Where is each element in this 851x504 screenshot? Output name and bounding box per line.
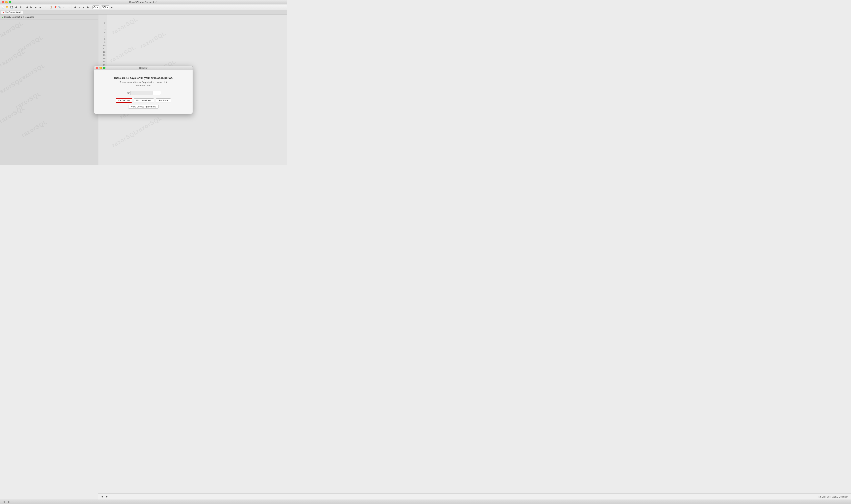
back-button[interactable]: ◀ bbox=[25, 5, 29, 9]
main-toolbar: 📄 📂 💾 🔌 ✖ ◀ ▶ ▶ ■ ✂ 📋 📌 🔍 ↩ ↪ ◀ ▼ ▲ ▶ On… bbox=[0, 4, 287, 10]
connect-button[interactable]: 🔌 bbox=[14, 5, 18, 9]
dialog-sub-line2: Purchase Later. bbox=[136, 84, 151, 87]
sql-label: SQL bbox=[102, 6, 107, 8]
next-nav-button[interactable]: ▶ bbox=[86, 5, 90, 9]
window-controls bbox=[2, 1, 11, 3]
new-file-button[interactable]: 📄 bbox=[1, 5, 5, 9]
license-code-field[interactable] bbox=[130, 91, 153, 95]
tab-close-icon[interactable]: × bbox=[3, 11, 4, 14]
purchase-later-button[interactable]: Purchase Later bbox=[134, 98, 154, 103]
window-title: RazorSQL - No Connection1 bbox=[129, 1, 158, 3]
dialog-main-text: There are 18 days left in your evaluatio… bbox=[114, 76, 173, 79]
copy-button[interactable]: 📋 bbox=[49, 5, 53, 9]
mode-dropdown[interactable]: On ▾ bbox=[92, 5, 99, 9]
dialog-sub-text: Please enter a license / registration co… bbox=[120, 80, 167, 87]
minimize-button[interactable] bbox=[5, 1, 8, 3]
undo-button[interactable]: ↩ bbox=[62, 5, 66, 9]
find-button[interactable]: 🔍 bbox=[58, 5, 62, 9]
close-button[interactable] bbox=[2, 1, 4, 3]
tabs-bar: × No Connection1 bbox=[0, 10, 287, 15]
down-nav-button[interactable]: ▼ bbox=[77, 5, 81, 9]
separator-5 bbox=[100, 5, 100, 9]
forward-button[interactable]: ▶ bbox=[29, 5, 33, 9]
run-button[interactable]: ▶ bbox=[34, 5, 38, 9]
chevron-down-icon-2: ▾ bbox=[107, 6, 108, 8]
tab-connection1[interactable]: × No Connection1 bbox=[1, 10, 23, 14]
purchase-button[interactable]: Purchase bbox=[156, 98, 171, 103]
license-code-suffix-field[interactable] bbox=[153, 91, 161, 95]
separator-2 bbox=[43, 5, 43, 9]
register-dialog: Register There are 18 days left in your … bbox=[94, 66, 193, 114]
stop-button[interactable]: ■ bbox=[38, 5, 42, 9]
up-nav-button[interactable]: ▲ bbox=[82, 5, 86, 9]
redo-button[interactable]: ↪ bbox=[67, 5, 71, 9]
dialog-max-button[interactable] bbox=[103, 67, 105, 69]
sql-dropdown[interactable]: SQL ▾ bbox=[101, 5, 109, 9]
cut-button[interactable]: ✂ bbox=[45, 5, 48, 9]
save-button[interactable]: 💾 bbox=[10, 5, 14, 9]
prev-nav-button[interactable]: ◀ bbox=[73, 5, 77, 9]
chevron-down-icon: ▾ bbox=[97, 6, 98, 8]
tab-label: No Connection1 bbox=[5, 11, 21, 14]
dialog-min-button[interactable] bbox=[100, 67, 102, 69]
dialog-body: There are 18 days left in your evaluatio… bbox=[94, 70, 193, 114]
title-bar: RazorSQL - No Connection1 bbox=[0, 0, 287, 4]
paste-button[interactable]: 📌 bbox=[53, 5, 57, 9]
disconnect-button[interactable]: ✖ bbox=[19, 5, 22, 9]
modal-overlay: Register There are 18 days left in your … bbox=[0, 15, 287, 165]
sql-run-button[interactable]: ▶ bbox=[110, 5, 114, 9]
code-field-group bbox=[130, 91, 161, 95]
dialog-window-controls bbox=[96, 67, 105, 69]
dialog-title-bar: Register bbox=[94, 66, 193, 70]
dialog-sub-line1: Please enter a license / registration co… bbox=[120, 81, 167, 84]
verify-code-button[interactable]: Verify Code bbox=[116, 98, 132, 103]
dialog-close-button[interactable] bbox=[96, 67, 98, 69]
maximize-button[interactable] bbox=[9, 1, 11, 3]
dialog-buttons-secondary: View License Agreement bbox=[128, 105, 159, 109]
mode-label: On bbox=[93, 6, 96, 8]
separator-4 bbox=[91, 5, 91, 9]
separator-1 bbox=[23, 5, 24, 9]
open-file-button[interactable]: 📂 bbox=[5, 5, 9, 9]
view-license-button[interactable]: View License Agreement bbox=[128, 105, 159, 109]
code-label: RC/ bbox=[126, 92, 130, 94]
dialog-buttons-main: Verify Code Purchase Later Purchase bbox=[116, 98, 171, 103]
code-input-row: RC/ bbox=[100, 91, 187, 95]
dialog-title: Register bbox=[139, 67, 148, 69]
